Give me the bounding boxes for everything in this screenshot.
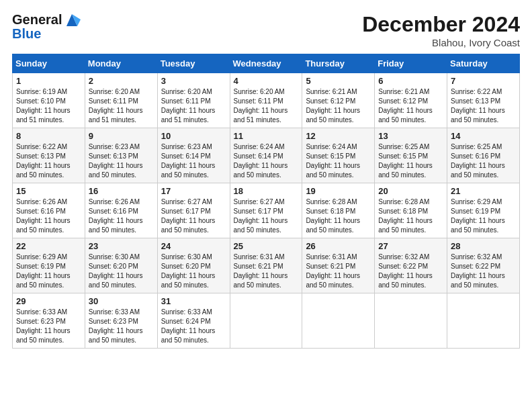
day-number: 8	[16, 131, 81, 141]
day-info: Sunrise: 6:24 AM Sunset: 6:15 PM Dayligh…	[306, 142, 371, 180]
location: Blahou, Ivory Coast	[362, 37, 520, 48]
col-header-monday: Monday	[85, 54, 157, 73]
day-info: Sunrise: 6:28 AM Sunset: 6:18 PM Dayligh…	[306, 197, 371, 235]
table-row: 28Sunrise: 6:32 AM Sunset: 6:22 PM Dayli…	[447, 238, 520, 293]
day-number: 18	[234, 186, 299, 196]
day-info: Sunrise: 6:24 AM Sunset: 6:14 PM Dayligh…	[234, 142, 299, 180]
day-info: Sunrise: 6:25 AM Sunset: 6:16 PM Dayligh…	[451, 142, 516, 180]
col-header-wednesday: Wednesday	[230, 54, 302, 73]
day-number: 3	[161, 76, 226, 86]
day-info: Sunrise: 6:25 AM Sunset: 6:15 PM Dayligh…	[378, 142, 443, 180]
table-row: 6Sunrise: 6:21 AM Sunset: 6:12 PM Daylig…	[375, 73, 447, 128]
day-info: Sunrise: 6:19 AM Sunset: 6:10 PM Dayligh…	[16, 87, 81, 125]
calendar-table: SundayMondayTuesdayWednesdayThursdayFrid…	[12, 54, 520, 349]
day-number: 23	[89, 241, 154, 251]
day-number: 12	[306, 131, 371, 141]
day-info: Sunrise: 6:28 AM Sunset: 6:18 PM Dayligh…	[378, 197, 443, 235]
day-info: Sunrise: 6:26 AM Sunset: 6:16 PM Dayligh…	[89, 197, 154, 235]
table-row: 13Sunrise: 6:25 AM Sunset: 6:15 PM Dayli…	[375, 128, 447, 183]
table-row: 14Sunrise: 6:25 AM Sunset: 6:16 PM Dayli…	[447, 128, 520, 183]
table-row: 15Sunrise: 6:26 AM Sunset: 6:16 PM Dayli…	[13, 183, 85, 238]
table-row: 16Sunrise: 6:26 AM Sunset: 6:16 PM Dayli…	[85, 183, 157, 238]
day-number: 25	[234, 241, 299, 251]
day-info: Sunrise: 6:21 AM Sunset: 6:12 PM Dayligh…	[378, 87, 443, 125]
day-info: Sunrise: 6:31 AM Sunset: 6:21 PM Dayligh…	[234, 253, 299, 290]
day-number: 5	[306, 76, 371, 86]
day-number: 1	[16, 76, 81, 86]
day-info: Sunrise: 6:30 AM Sunset: 6:20 PM Dayligh…	[89, 253, 154, 290]
day-info: Sunrise: 6:20 AM Sunset: 6:11 PM Dayligh…	[234, 87, 299, 125]
day-number: 6	[378, 76, 443, 86]
table-row: 10Sunrise: 6:23 AM Sunset: 6:14 PM Dayli…	[157, 128, 230, 183]
day-number: 16	[89, 186, 154, 196]
table-row: 27Sunrise: 6:32 AM Sunset: 6:22 PM Dayli…	[375, 238, 447, 293]
day-number: 11	[234, 131, 299, 141]
day-number: 24	[161, 241, 226, 251]
table-row: 20Sunrise: 6:28 AM Sunset: 6:18 PM Dayli…	[375, 183, 447, 238]
day-number: 30	[89, 296, 154, 306]
logo-blue: Blue	[12, 26, 81, 42]
table-row: 4Sunrise: 6:20 AM Sunset: 6:11 PM Daylig…	[230, 73, 302, 128]
day-number: 4	[234, 76, 299, 86]
day-number: 27	[378, 241, 443, 251]
day-info: Sunrise: 6:30 AM Sunset: 6:20 PM Dayligh…	[161, 253, 226, 290]
day-info: Sunrise: 6:31 AM Sunset: 6:21 PM Dayligh…	[306, 253, 371, 290]
day-info: Sunrise: 6:21 AM Sunset: 6:12 PM Dayligh…	[306, 87, 371, 125]
table-row: 26Sunrise: 6:31 AM Sunset: 6:21 PM Dayli…	[302, 238, 375, 293]
day-number: 9	[89, 131, 154, 141]
day-number: 14	[451, 131, 516, 141]
table-row: 2Sunrise: 6:20 AM Sunset: 6:11 PM Daylig…	[85, 73, 157, 128]
logo: General Blue	[12, 12, 81, 42]
table-row: 7Sunrise: 6:22 AM Sunset: 6:13 PM Daylig…	[447, 73, 520, 128]
table-row: 1Sunrise: 6:19 AM Sunset: 6:10 PM Daylig…	[13, 73, 85, 128]
table-row	[447, 293, 520, 349]
day-info: Sunrise: 6:23 AM Sunset: 6:13 PM Dayligh…	[89, 142, 154, 180]
day-info: Sunrise: 6:29 AM Sunset: 6:19 PM Dayligh…	[16, 253, 81, 290]
table-row: 17Sunrise: 6:27 AM Sunset: 6:17 PM Dayli…	[157, 183, 230, 238]
table-row: 9Sunrise: 6:23 AM Sunset: 6:13 PM Daylig…	[85, 128, 157, 183]
day-number: 26	[306, 241, 371, 251]
day-number: 10	[161, 131, 226, 141]
month-title: December 2024	[362, 12, 520, 37]
col-header-friday: Friday	[375, 54, 447, 73]
day-number: 15	[16, 186, 81, 196]
header: General Blue December 2024 Blahou, Ivory…	[12, 12, 520, 48]
day-number: 21	[451, 186, 516, 196]
day-info: Sunrise: 6:20 AM Sunset: 6:11 PM Dayligh…	[161, 87, 226, 125]
table-row	[375, 293, 447, 349]
day-info: Sunrise: 6:33 AM Sunset: 6:23 PM Dayligh…	[89, 308, 154, 345]
table-row: 30Sunrise: 6:33 AM Sunset: 6:23 PM Dayli…	[85, 293, 157, 349]
col-header-thursday: Thursday	[302, 54, 375, 73]
day-info: Sunrise: 6:27 AM Sunset: 6:17 PM Dayligh…	[161, 197, 226, 235]
day-info: Sunrise: 6:27 AM Sunset: 6:17 PM Dayligh…	[234, 197, 299, 235]
table-row: 21Sunrise: 6:29 AM Sunset: 6:19 PM Dayli…	[447, 183, 520, 238]
day-number: 2	[89, 76, 154, 86]
table-row: 12Sunrise: 6:24 AM Sunset: 6:15 PM Dayli…	[302, 128, 375, 183]
day-number: 19	[306, 186, 371, 196]
day-number: 17	[161, 186, 226, 196]
day-info: Sunrise: 6:32 AM Sunset: 6:22 PM Dayligh…	[451, 253, 516, 290]
logo-icon	[63, 13, 81, 28]
day-info: Sunrise: 6:22 AM Sunset: 6:13 PM Dayligh…	[451, 87, 516, 125]
day-info: Sunrise: 6:32 AM Sunset: 6:22 PM Dayligh…	[378, 253, 443, 290]
col-header-sunday: Sunday	[13, 54, 85, 73]
page: General Blue December 2024 Blahou, Ivory…	[0, 0, 532, 411]
title-block: December 2024 Blahou, Ivory Coast	[362, 12, 520, 48]
table-row: 8Sunrise: 6:22 AM Sunset: 6:13 PM Daylig…	[13, 128, 85, 183]
day-info: Sunrise: 6:20 AM Sunset: 6:11 PM Dayligh…	[89, 87, 154, 125]
day-info: Sunrise: 6:33 AM Sunset: 6:24 PM Dayligh…	[161, 308, 226, 345]
day-info: Sunrise: 6:22 AM Sunset: 6:13 PM Dayligh…	[16, 142, 81, 180]
table-row: 22Sunrise: 6:29 AM Sunset: 6:19 PM Dayli…	[13, 238, 85, 293]
col-header-tuesday: Tuesday	[157, 54, 230, 73]
table-row: 24Sunrise: 6:30 AM Sunset: 6:20 PM Dayli…	[157, 238, 230, 293]
day-info: Sunrise: 6:33 AM Sunset: 6:23 PM Dayligh…	[16, 308, 81, 345]
day-number: 28	[451, 241, 516, 251]
day-number: 13	[378, 131, 443, 141]
table-row	[302, 293, 375, 349]
day-number: 29	[16, 296, 81, 306]
table-row: 29Sunrise: 6:33 AM Sunset: 6:23 PM Dayli…	[13, 293, 85, 349]
day-info: Sunrise: 6:26 AM Sunset: 6:16 PM Dayligh…	[16, 197, 81, 235]
table-row: 19Sunrise: 6:28 AM Sunset: 6:18 PM Dayli…	[302, 183, 375, 238]
day-info: Sunrise: 6:23 AM Sunset: 6:14 PM Dayligh…	[161, 142, 226, 180]
table-row	[230, 293, 302, 349]
